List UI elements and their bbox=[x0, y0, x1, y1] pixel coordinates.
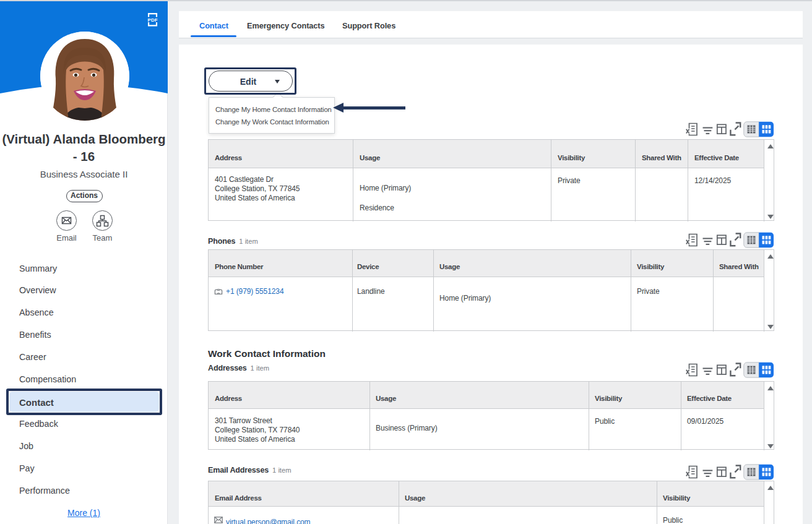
svg-text:PDF: PDF bbox=[147, 17, 157, 23]
